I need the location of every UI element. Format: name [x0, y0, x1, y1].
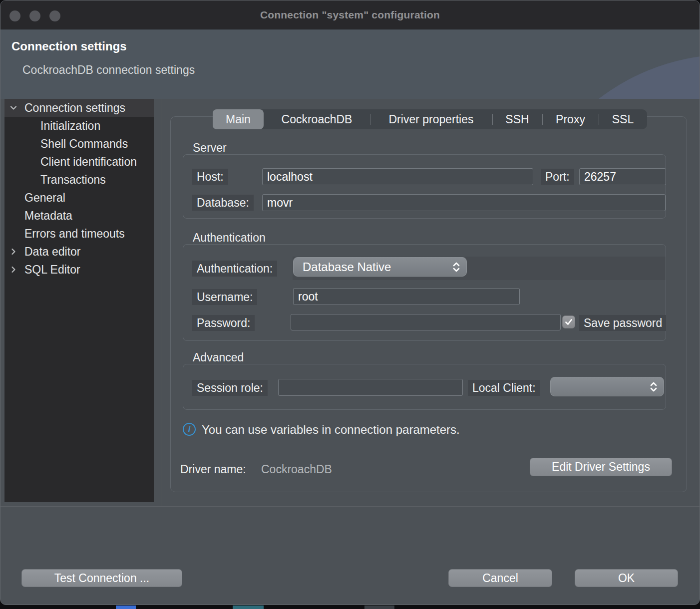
page-subtitle: CockroachDB connection settings [22, 63, 195, 77]
advanced-group-label: Advanced [193, 351, 244, 364]
settings-tree: Connection settings Initialization Shell… [4, 99, 154, 502]
sidebar-item-label: General [24, 189, 65, 207]
checkmark-icon [564, 317, 573, 326]
footer-divider [0, 506, 700, 507]
updown-chevron-icon [650, 381, 658, 392]
username-input[interactable] [293, 288, 520, 305]
chevron-right-icon [9, 248, 17, 256]
sidebar-item-label: Initialization [40, 117, 100, 135]
screen: Connection "system" configuration Connec… [0, 0, 700, 609]
connection-configuration-dialog: Connection "system" configuration Connec… [0, 0, 700, 605]
tab-bar: Main CockroachDB Driver properties SSH P… [213, 109, 647, 129]
port-label: Port: [541, 169, 574, 185]
window-title: Connection "system" configuration [0, 0, 700, 29]
sidebar-item-label: SQL Editor [24, 261, 80, 279]
username-label: Username: [192, 289, 257, 305]
cancel-button[interactable]: Cancel [448, 569, 552, 587]
host-input[interactable] [262, 168, 533, 185]
info-icon: i [183, 423, 196, 436]
session-role-input[interactable] [278, 379, 463, 396]
local-client-select[interactable] [550, 377, 664, 396]
session-role-label: Session role: [192, 380, 268, 396]
updown-chevron-icon [452, 262, 460, 273]
tab-proxy[interactable]: Proxy [542, 109, 599, 129]
save-password-label: Save password [579, 315, 666, 331]
chevron-right-icon [9, 266, 17, 274]
driver-name-value: CockroachDB [261, 463, 332, 476]
chevron-down-icon [9, 104, 17, 112]
titlebar: Connection "system" configuration [0, 0, 700, 29]
desktop-fragment [233, 606, 264, 609]
sidebar-item-client-identification[interactable]: Client identification [4, 153, 154, 171]
sidebar-divider [161, 99, 161, 506]
edit-driver-settings-button[interactable]: Edit Driver Settings [530, 458, 672, 476]
password-input[interactable] [291, 314, 561, 330]
authentication-group: Authentication: Database Native Username… [183, 244, 666, 341]
sidebar-item-label: Connection settings [24, 99, 125, 117]
authentication-group-label: Authentication [193, 231, 266, 245]
advanced-group: Session role: Local Client: [183, 364, 666, 410]
info-message: You can use variables in connection para… [202, 423, 460, 437]
sidebar-item-initialization[interactable]: Initialization [4, 117, 154, 135]
sidebar-item-label: Errors and timeouts [24, 225, 125, 243]
server-group-label: Server [193, 141, 227, 155]
sidebar-item-label: Client identification [40, 153, 137, 171]
authentication-label: Authentication: [192, 261, 277, 277]
sidebar-item-label: Data editor [24, 243, 81, 261]
server-group: Host: Port: Database: [183, 154, 666, 219]
ok-button[interactable]: OK [575, 569, 678, 587]
tab-ssl[interactable]: SSL [599, 109, 647, 129]
page-title: Connection settings [11, 39, 127, 53]
database-label: Database: [192, 195, 254, 211]
port-input[interactable] [579, 168, 666, 185]
sidebar-item-transactions[interactable]: Transactions [4, 171, 154, 189]
tab-driver-properties[interactable]: Driver properties [370, 109, 492, 129]
database-input[interactable] [262, 194, 666, 211]
tab-main[interactable]: Main [213, 109, 264, 129]
desktop-fragment [364, 606, 394, 609]
sidebar-item-label: Transactions [40, 171, 106, 189]
save-password-checkbox[interactable] [562, 315, 575, 328]
local-client-label: Local Client: [468, 380, 540, 396]
authentication-selected-value: Database Native [294, 260, 452, 274]
sidebar-item-data-editor[interactable]: Data editor [4, 243, 154, 261]
decorative-arc [515, 54, 700, 99]
password-label: Password: [192, 315, 255, 331]
desktop-fragment [116, 606, 136, 609]
test-connection-button[interactable]: Test Connection ... [21, 569, 182, 587]
sidebar-item-shell-commands[interactable]: Shell Commands [4, 135, 154, 153]
sidebar-item-sql-editor[interactable]: SQL Editor [4, 261, 154, 279]
sidebar-item-metadata[interactable]: Metadata [4, 207, 154, 225]
host-label: Host: [192, 169, 228, 185]
sidebar-item-general[interactable]: General [4, 189, 154, 207]
dialog-header: Connection settings CockroachDB connecti… [0, 29, 700, 99]
sidebar-item-errors-and-timeouts[interactable]: Errors and timeouts [4, 225, 154, 243]
driver-name-label: Driver name: [180, 463, 246, 476]
tab-ssh[interactable]: SSH [492, 109, 542, 129]
sidebar-item-connection-settings[interactable]: Connection settings [4, 99, 154, 117]
tab-cockroachdb[interactable]: CockroachDB [264, 109, 370, 129]
sidebar-item-label: Shell Commands [40, 135, 128, 153]
authentication-select[interactable]: Database Native [293, 257, 467, 277]
sidebar-item-label: Metadata [24, 207, 72, 225]
